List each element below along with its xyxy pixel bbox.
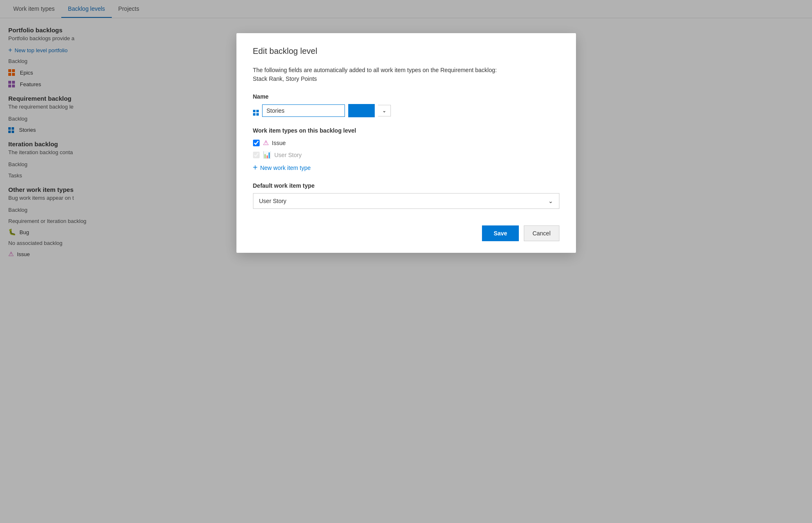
issue-type-icon: ⚠ — [263, 139, 269, 147]
user-story-checkbox-label: User Story — [275, 152, 302, 158]
issue-checkbox[interactable] — [253, 140, 260, 146]
color-swatch-button[interactable] — [348, 104, 375, 117]
dropdown-chevron-icon: ⌄ — [548, 198, 553, 204]
name-input[interactable] — [262, 104, 345, 117]
modal-info-line2: Stack Rank, Story Points — [253, 75, 317, 82]
add-work-item-label: New work item type — [260, 165, 311, 171]
issue-checkbox-row: ⚠ Issue — [253, 139, 559, 147]
modal-title: Edit backlog level — [253, 46, 559, 56]
default-work-item-label: Default work item type — [253, 182, 559, 189]
cancel-button[interactable]: Cancel — [524, 225, 559, 241]
main-content: Portfolio backlogs Portfolio backlogs pr… — [0, 18, 812, 523]
add-work-item-plus-icon: + — [253, 163, 258, 172]
modal-info-line1: The following fields are automatically a… — [253, 67, 497, 73]
grid-icon — [253, 106, 259, 116]
color-dropdown-button[interactable]: ⌄ — [378, 105, 391, 116]
modal-footer: Save Cancel — [253, 225, 559, 241]
user-story-type-icon: 📊 — [263, 151, 271, 159]
default-work-item-dropdown[interactable]: User Story ⌄ — [253, 193, 559, 209]
user-story-checkbox[interactable] — [253, 152, 260, 158]
name-label: Name — [253, 93, 559, 100]
edit-backlog-level-modal: Edit backlog level The following fields … — [236, 33, 576, 253]
add-work-item-type-link[interactable]: + New work item type — [253, 163, 559, 172]
modal-overlay: Edit backlog level The following fields … — [0, 18, 812, 523]
work-item-types-label: Work item types on this backlog level — [253, 127, 559, 134]
save-button[interactable]: Save — [482, 225, 519, 241]
user-story-checkbox-row: 📊 User Story — [253, 151, 559, 159]
issue-checkbox-label[interactable]: Issue — [272, 140, 286, 146]
default-work-item-value: User Story — [259, 198, 287, 204]
modal-info: The following fields are automatically a… — [253, 66, 559, 83]
name-row: ⌄ — [253, 104, 559, 117]
